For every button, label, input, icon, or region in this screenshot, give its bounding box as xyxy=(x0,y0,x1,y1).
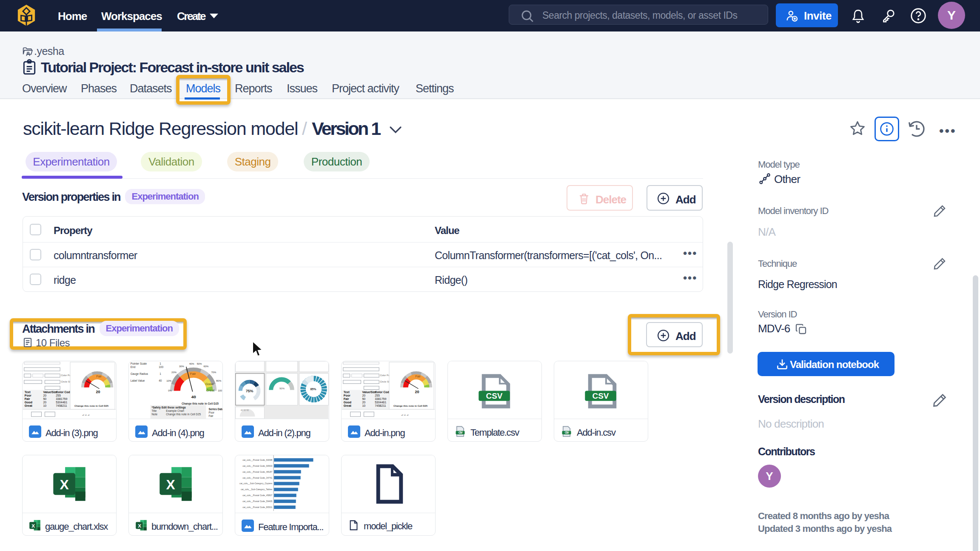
svg-text:50%: 50% xyxy=(197,363,202,365)
svg-text:Fair: Fair xyxy=(97,375,102,378)
svg-text:100: 100 xyxy=(218,389,222,392)
svg-text:3381759: 3381759 xyxy=(56,397,67,400)
svg-text:10: 10 xyxy=(43,404,46,407)
svg-text:10%: 10% xyxy=(166,380,172,382)
svg-text:CSV: CSV xyxy=(486,391,503,400)
svg-text:Series Data: Series Data xyxy=(208,408,222,411)
svg-text:CSV: CSV xyxy=(593,391,609,400)
svg-text:Change this note in Cell D25: Change this note in Cell D25 xyxy=(182,402,219,405)
svg-text:Great: Great xyxy=(206,388,215,392)
svg-text:1: 1 xyxy=(160,362,161,365)
svg-text:60%: 60% xyxy=(204,365,209,368)
svg-text:cat_cols__Postal Code_90503: cat_cols__Postal Code_90503 xyxy=(242,465,272,467)
svg-text:Change this note in Cell D25: Change this note in Cell D25 xyxy=(166,413,201,416)
svg-text:Fair: Fair xyxy=(208,414,214,417)
svg-text:255: 255 xyxy=(56,394,61,397)
svg-text:40: 40 xyxy=(159,379,162,382)
svg-text:20%: 20% xyxy=(171,371,177,374)
svg-text:Good: Good xyxy=(205,382,213,386)
svg-text:1: 1 xyxy=(160,372,161,375)
svg-text:50: 50 xyxy=(43,397,46,400)
svg-text:cat_cols__Postal Code_45807: cat_cols__Postal Code_45807 xyxy=(242,494,272,497)
svg-text:cat_cols__Sub-Category_Copiers: cat_cols__Sub-Category_Copiers xyxy=(239,482,273,485)
svg-text:100: 100 xyxy=(159,365,163,368)
svg-text:90%: 90% xyxy=(279,387,285,390)
svg-text:Title: Title xyxy=(151,409,157,412)
svg-text:20: 20 xyxy=(96,390,100,394)
svg-text:Poor: Poor xyxy=(208,411,214,414)
svg-text:cat_cols__Postal Code_80501: cat_cols__Postal Code_80501 xyxy=(242,506,272,508)
svg-text:Color Code: Color Code xyxy=(56,391,72,394)
svg-text:cat_cols__Postal Code_60098: cat_cols__Postal Code_60098 xyxy=(242,459,272,461)
svg-text:cat_cols__Sub-Category_Tables: cat_cols__Sub-Category_Tables xyxy=(241,488,273,491)
svg-text:40 50 60: 40 50 60 xyxy=(241,409,249,411)
svg-text:Poor: Poor xyxy=(25,394,31,397)
svg-text:70%: 70% xyxy=(211,371,217,374)
svg-text:20: 20 xyxy=(43,394,46,397)
svg-text:Fair: Fair xyxy=(190,372,196,376)
svg-text:Pointer Scale: Pointer Scale xyxy=(131,362,147,365)
svg-text:Text: Text xyxy=(25,391,31,394)
svg-text:20: 20 xyxy=(43,401,46,404)
svg-text:*Safely Edit these settings: *Safely Edit these settings xyxy=(151,406,186,409)
svg-text:75%: 75% xyxy=(246,389,254,393)
svg-text:cat_cols__Postal Code_59405: cat_cols__Postal Code_59405 xyxy=(242,500,272,502)
svg-text:Great: Great xyxy=(25,404,33,407)
svg-text:Fair: Fair xyxy=(25,397,30,400)
svg-text:Label Value: Label Value xyxy=(131,379,145,382)
svg-text:7458211: 7458211 xyxy=(56,404,67,407)
svg-text:Change this note in Cell D25: Change this note in Cell D25 xyxy=(74,405,109,407)
svg-text:⊿ ⊔ ⊿: ⊿ ⊔ ⊿ xyxy=(82,414,90,416)
svg-text:X: X xyxy=(60,477,68,492)
svg-text:5304461: 5304461 xyxy=(56,401,67,404)
svg-text:Gauge Radius: Gauge Radius xyxy=(131,372,148,376)
svg-text:85%: 85% xyxy=(311,388,316,391)
svg-text:X: X xyxy=(166,477,175,492)
svg-text:cat_cols__Postal Code_48187: cat_cols__Postal Code_48187 xyxy=(242,471,272,473)
svg-text:0%: 0% xyxy=(168,389,172,392)
svg-text:30%: 30% xyxy=(179,365,185,368)
svg-text:End: End xyxy=(131,365,136,368)
svg-text:Note: Note xyxy=(151,413,157,416)
svg-text:40: 40 xyxy=(191,394,197,399)
svg-text:cat_cols__Postal Code_34741: cat_cols__Postal Code_34741 xyxy=(242,477,272,479)
svg-text:Example Chart: Example Chart xyxy=(166,409,184,413)
svg-text:Good: Good xyxy=(25,401,32,404)
svg-text:40%: 40% xyxy=(189,363,195,365)
svg-text:80%: 80% xyxy=(216,380,222,382)
